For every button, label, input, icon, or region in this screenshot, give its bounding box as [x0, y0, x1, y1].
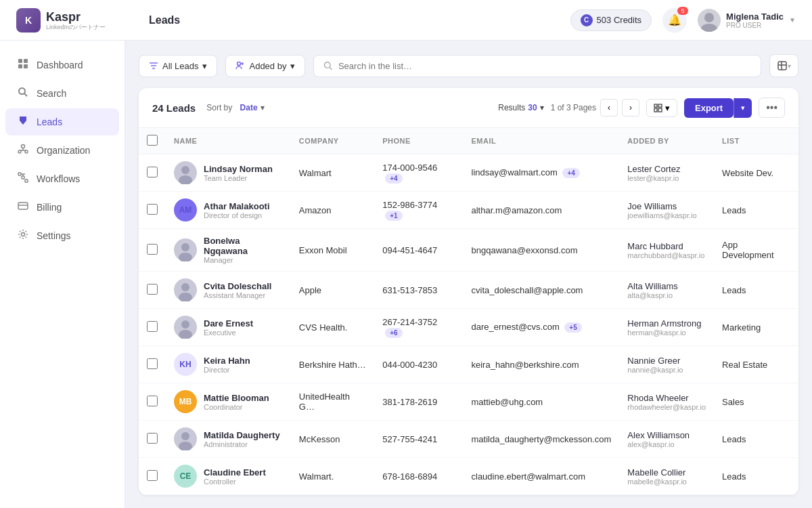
search-input[interactable]: [338, 61, 751, 71]
export-button[interactable]: Export: [684, 98, 734, 118]
person-cell: Bonelwa Ngqawana Manager: [174, 236, 283, 264]
added-by-label: Added by: [249, 61, 286, 71]
avatar: [174, 427, 197, 450]
table-row: CE Claudine Ebert Controller Walmart.678…: [139, 458, 798, 495]
sidebar-label-search: Search: [37, 88, 66, 99]
phone-cell: 044-000-4230: [374, 346, 463, 383]
person-name: Dare Ernest: [204, 318, 253, 329]
person-title: Administrator: [204, 440, 280, 448]
company-cell: McKesson: [291, 421, 374, 458]
person-title: Director of design: [204, 211, 270, 219]
export-view-button[interactable]: ▾: [769, 54, 798, 77]
sidebar-item-organization[interactable]: Organization: [5, 137, 119, 164]
sidebar-item-workflows[interactable]: Workflows: [5, 165, 119, 192]
svg-rect-32: [778, 62, 786, 70]
row-checkbox-2[interactable]: [147, 244, 158, 255]
all-leads-filter[interactable]: All Leads ▾: [139, 55, 217, 77]
row-checkbox-1[interactable]: [147, 204, 158, 215]
added-by-cell: Alta Williams alta@kaspr.io: [619, 272, 714, 309]
leads-table-card: 24 Leads Sort by Date ▾ Results 30 ▾ 1 o…: [139, 88, 798, 495]
svg-line-31: [330, 67, 332, 69]
person-name: Athar Malakooti: [204, 201, 270, 211]
list-cell: App Development: [714, 229, 798, 272]
person-name: Lindsay Norman: [204, 164, 273, 174]
sort-button[interactable]: Sort by Date ▾: [206, 103, 264, 112]
table-row: Matilda Daugherty Administrator McKesson…: [139, 421, 798, 458]
row-checkbox-3[interactable]: [147, 284, 158, 295]
added-by-cell: Marc Hubbard marchubbard@kaspr.io: [619, 229, 714, 272]
table-row: KH Keira Hahn Director Berkshire Hath…04…: [139, 346, 798, 383]
added-by-email: lester@kaspr.io: [627, 174, 706, 182]
person-title: Coordinator: [204, 403, 269, 411]
avatar: [174, 238, 197, 261]
list-cell: Leads: [714, 458, 798, 495]
select-all-checkbox[interactable]: [147, 135, 158, 146]
notification-badge: 5: [677, 7, 688, 15]
email-cell: claudine.ebert@walmart.com: [464, 458, 620, 495]
email-cell: dare_ernest@cvs.com +5: [464, 309, 620, 346]
row-checkbox-6[interactable]: [147, 396, 158, 406]
row-checkbox-4[interactable]: [147, 321, 158, 332]
row-checkbox-5[interactable]: [147, 358, 158, 369]
phone-cell: 094-451-4647: [374, 229, 463, 272]
header-right: C 503 Credits 🔔 5 Miglena Tadic PRO USER…: [570, 8, 796, 33]
phone-cell: 631-513-7853: [374, 272, 463, 309]
phone-cell: 152-986-3774 +1: [374, 192, 463, 229]
sidebar-label-workflows: Workflows: [37, 173, 80, 184]
leads-icon: [16, 115, 30, 129]
sidebar-item-settings[interactable]: Settings: [5, 222, 119, 249]
more-options-button[interactable]: •••: [759, 98, 785, 118]
chevron-down-icon: ▼: [789, 16, 796, 24]
email-cell: bngqawana@exxonsd.com: [464, 229, 620, 272]
row-checkbox-7[interactable]: [147, 433, 158, 444]
added-by-filter[interactable]: Added by ▾: [225, 55, 305, 77]
col-company: COMPANY: [291, 128, 374, 154]
company-cell: Exxon Mobil: [291, 229, 374, 272]
prev-page-button[interactable]: ‹: [600, 99, 618, 117]
sidebar-item-dashboard[interactable]: Dashboard: [5, 51, 119, 79]
added-by-email: joewilliams@kaspr.io: [627, 211, 706, 219]
list-cell: Website Dev.: [714, 154, 798, 192]
next-page-button[interactable]: ›: [622, 99, 639, 117]
company-cell: Walmart: [291, 154, 374, 192]
added-by-cell: Alex Williamson alex@kaspr.io: [619, 421, 714, 458]
svg-rect-17: [22, 176, 24, 179]
sidebar-item-leads[interactable]: Leads: [5, 108, 119, 135]
sidebar-label-settings: Settings: [37, 230, 71, 241]
export-dropdown-button[interactable]: ▾: [734, 98, 752, 118]
results-chevron: ▾: [540, 103, 544, 112]
person-title: Controller: [204, 478, 266, 486]
email-cell: althar.m@amazon.com: [464, 192, 620, 229]
person-cell: CE Claudine Ebert Controller: [174, 465, 283, 488]
view-toggle-button[interactable]: ▾: [646, 99, 677, 117]
col-added-by: ADDED BY: [619, 128, 714, 154]
workflows-icon: [16, 172, 30, 186]
person-cell: Lindsay Norman Team Leader: [174, 161, 283, 184]
user-menu[interactable]: Miglena Tadic PRO USER ▼: [698, 9, 796, 32]
credits-icon: C: [581, 14, 593, 26]
results-button[interactable]: Results 30 ▾: [498, 103, 543, 112]
sidebar-item-billing[interactable]: Billing: [5, 194, 119, 221]
table-row: Cvita Doleschall Assistant Manager Apple…: [139, 272, 798, 309]
credits-button[interactable]: C 503 Credits: [570, 9, 652, 31]
email-cell: cvita_doleschall@apple.com: [464, 272, 620, 309]
person-cell: MB Mattie Blooman Coordinator: [174, 390, 283, 413]
svg-rect-35: [654, 104, 657, 107]
list-cell: Real Estate: [714, 346, 798, 383]
email-cell: matilda_daugherty@mckesson.com: [464, 421, 620, 458]
sidebar: Dashboard Search Leads Organization Work…: [0, 41, 125, 508]
person-title: Director: [204, 366, 250, 374]
added-by-name: Alex Williamson: [627, 430, 706, 440]
svg-rect-3: [18, 59, 22, 63]
col-email: EMAIL: [464, 128, 620, 154]
row-checkbox-0[interactable]: [147, 167, 158, 177]
email-extra-tag: +5: [564, 322, 581, 333]
notification-button[interactable]: 🔔 5: [662, 8, 687, 33]
table-row: AM Athar Malakooti Director of design Am…: [139, 192, 798, 229]
list-cell: Leads: [714, 192, 798, 229]
row-checkbox-8[interactable]: [147, 470, 158, 481]
user-role: PRO USER: [726, 22, 784, 29]
added-by-name: Lester Cortez: [627, 164, 706, 174]
sidebar-item-search[interactable]: Search: [5, 80, 119, 107]
svg-point-7: [19, 88, 25, 94]
